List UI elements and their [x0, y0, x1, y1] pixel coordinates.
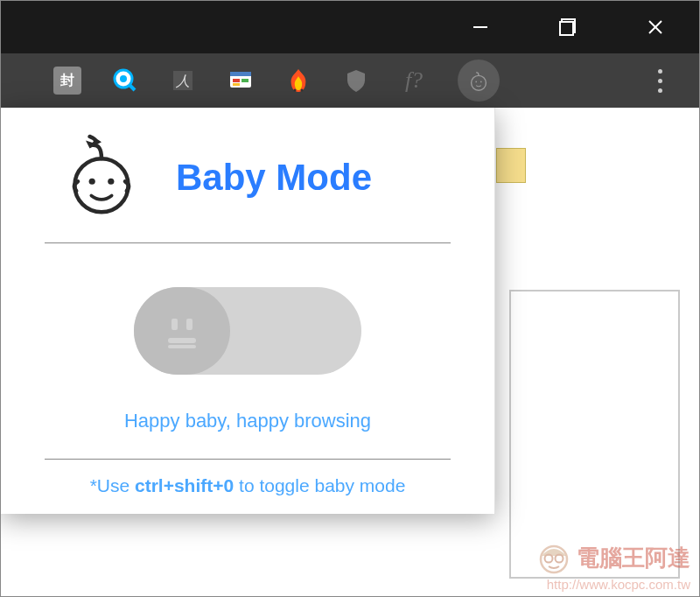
extension-toolbar: 封 人 f? [1, 53, 699, 108]
svg-point-15 [294, 89, 297, 92]
svg-text:人: 人 [175, 74, 190, 88]
toggle-area [36, 243, 459, 410]
hint-suffix: to toggle baby mode [234, 475, 405, 495]
popup-header: Baby Mode [36, 134, 459, 242]
svg-rect-24 [186, 319, 192, 330]
font-question-extension-icon[interactable]: f? [400, 67, 428, 95]
svg-point-20 [74, 158, 128, 212]
minimize-button[interactable] [437, 1, 524, 53]
svg-rect-12 [233, 79, 240, 82]
hint-shortcut: ctrl+shift+0 [135, 475, 234, 495]
svg-rect-23 [172, 319, 178, 330]
svg-point-6 [120, 75, 127, 82]
svg-rect-2 [560, 22, 573, 35]
baby-icon [62, 134, 141, 221]
svg-rect-25 [168, 338, 196, 343]
seal-extension-icon[interactable]: 封 [53, 67, 81, 95]
svg-rect-14 [233, 83, 240, 86]
window-titlebar [1, 1, 699, 53]
svg-point-17 [472, 75, 486, 90]
svg-point-18 [475, 81, 477, 83]
maximize-button[interactable] [524, 1, 612, 53]
hint-prefix: *Use [90, 475, 135, 495]
svg-point-22 [108, 179, 114, 185]
toggle-knob [134, 287, 230, 375]
close-button[interactable] [612, 1, 699, 53]
svg-rect-26 [168, 345, 196, 348]
search-extension-icon[interactable] [111, 67, 139, 95]
svg-rect-13 [242, 79, 248, 82]
popup-title: Baby Mode [176, 157, 372, 199]
fire-extension-icon[interactable] [284, 67, 312, 95]
baby-mode-popup: Baby Mode Happy baby, happy browsing *Us… [1, 108, 495, 514]
svg-rect-11 [230, 72, 251, 76]
keyboard-hint: *Use ctrl+shift+0 to toggle baby mode [36, 460, 459, 496]
svg-point-16 [301, 89, 304, 92]
side-panel [509, 290, 680, 579]
shield-extension-icon[interactable] [342, 67, 370, 95]
toolbar-menu-button[interactable] [647, 63, 673, 98]
svg-point-21 [89, 179, 95, 185]
screenshot-extension-icon[interactable] [227, 67, 255, 95]
baby-mode-extension-icon[interactable] [458, 60, 500, 102]
svg-point-19 [480, 81, 482, 83]
baby-mode-toggle[interactable] [134, 287, 361, 375]
tagline-text: Happy baby, happy browsing [36, 410, 459, 459]
folder-icon [496, 148, 526, 183]
svg-line-7 [130, 85, 135, 90]
pdf-extension-icon[interactable]: 人 [169, 67, 197, 95]
